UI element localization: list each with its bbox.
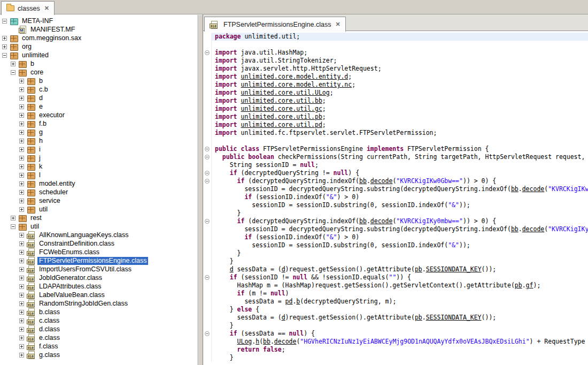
tree-item[interactable]: executor [0,111,198,119]
tab-class-file[interactable]: FTPServletPermissionsEngine.class ✕ [204,17,346,32]
expand-icon[interactable] [19,353,24,358]
expand-icon[interactable] [19,336,24,340]
tree-item[interactable]: LabelValueBean.class [0,291,198,299]
tree-item[interactable]: d.class [0,325,198,333]
expand-icon[interactable] [19,250,24,255]
expand-icon[interactable] [19,207,24,212]
collapse-icon[interactable] [11,224,16,229]
tree-item[interactable]: g [0,128,198,136]
expand-icon[interactable] [19,181,24,186]
expand-icon[interactable] [19,344,24,349]
expand-icon[interactable] [19,301,24,306]
tree-item[interactable]: core [0,68,198,77]
code-text: import unlimited.fc.ftpservlet.servlet.F… [212,129,588,137]
expand-icon[interactable] [19,318,24,323]
expand-icon[interactable] [19,276,24,280]
tree-item[interactable]: b.class [0,308,198,316]
tree-item[interactable]: AllKnownLanguageKeys.class [0,231,198,239]
tree-item[interactable]: l [0,171,198,179]
code-editor[interactable]: package unlimited.util;import java.util.… [203,31,588,365]
tree-item[interactable]: rest [0,214,198,222]
expand-icon[interactable] [19,173,24,178]
tree-item[interactable]: org [0,42,198,51]
expand-icon[interactable] [11,62,16,66]
tree-item[interactable]: util [0,222,198,231]
tree-item[interactable]: unlimited [0,51,198,59]
expand-icon[interactable] [19,284,24,289]
expand-icon[interactable] [19,87,24,92]
expand-icon[interactable] [19,139,24,143]
collapse-icon[interactable] [11,70,16,75]
expand-icon[interactable] [19,258,24,263]
expand-icon[interactable] [2,36,7,41]
tree-item[interactable]: f.class [0,342,198,351]
code-line: import unlimited.fc.ftpservlet.servlet.F… [203,129,588,137]
tree-item[interactable]: RandomStringJobIdGen.class [0,299,198,308]
fold-collapse-icon[interactable] [203,330,212,338]
tree-item[interactable]: ImportUsersFromCSVUtil.class [0,265,198,273]
fold-margin [203,338,212,346]
expand-icon[interactable] [19,241,24,246]
expand-icon[interactable] [19,164,24,169]
tree-item[interactable]: ConstraintDefinition.class [0,239,198,248]
expand-icon[interactable] [19,310,24,315]
tree-item[interactable]: j [0,154,198,162]
tree-item[interactable]: MANIFEST.MF [0,25,198,34]
tree-item[interactable]: LDAPAttributes.class [0,282,198,291]
tree-item[interactable]: model.entity [0,179,198,188]
tree-item[interactable]: e.class [0,333,198,342]
expand-icon[interactable] [19,199,24,203]
code-line: import java.util.StringTokenizer; [203,57,588,65]
tree-item[interactable]: f.b [0,119,198,128]
tree-item[interactable]: service [0,196,198,205]
expand-icon[interactable] [19,96,24,101]
tree-item[interactable]: g.class [0,351,198,359]
expand-icon[interactable] [19,113,24,118]
tree-item[interactable]: JobIdGenerator.class [0,273,198,282]
tree-item[interactable]: c.b [0,85,198,94]
tree-item[interactable]: FTPServletPermissionsEngine.class [0,256,198,265]
expand-icon[interactable] [19,190,24,195]
tree-item[interactable]: k [0,162,198,171]
expand-icon[interactable] [19,130,24,135]
expand-icon[interactable] [19,147,24,152]
tree-item[interactable]: FCWebEnums.class [0,248,198,256]
tree-item[interactable]: i [0,145,198,154]
tree-item[interactable]: META-INF [0,17,198,25]
fold-collapse-icon[interactable] [203,273,212,282]
collapse-icon[interactable] [2,19,7,24]
tree-item[interactable]: b [0,59,198,68]
expand-icon[interactable] [19,233,24,238]
tree-item[interactable]: b [0,77,198,85]
expand-icon[interactable] [19,79,24,83]
tree-item[interactable]: e [0,102,198,111]
expand-icon[interactable] [11,216,16,220]
tree-item[interactable]: scheduler [0,188,198,196]
tree-item[interactable]: c.class [0,316,198,325]
tree-item[interactable]: com.megginson.sax [0,34,198,42]
panel-splitter[interactable] [199,15,203,365]
fold-collapse-icon[interactable] [203,153,212,161]
tree-item[interactable]: d [0,94,198,102]
expand-icon[interactable] [19,267,24,272]
expand-icon[interactable] [2,44,7,49]
expand-icon[interactable] [19,327,24,332]
fold-collapse-icon[interactable] [203,169,212,177]
expand-icon[interactable] [19,293,24,298]
expand-icon[interactable] [19,156,24,161]
close-icon[interactable]: ✕ [335,21,340,28]
collapse-icon[interactable] [2,53,7,58]
tree-item[interactable]: util [0,205,198,214]
fold-collapse-icon[interactable] [203,177,212,185]
tree-item[interactable]: h [0,136,198,145]
code-text: ULog.h(bb.decode("HGVheRICNzIuNz1yEiABWC… [212,338,588,346]
expand-icon[interactable] [19,121,24,126]
fold-collapse-icon[interactable] [203,217,212,225]
fold-collapse-icon[interactable] [203,49,212,57]
code-line: return false; [203,346,588,354]
package-icon [27,128,35,136]
tab-classes[interactable]: classes ✕ [1,1,55,15]
expand-icon[interactable] [19,104,24,109]
fold-collapse-icon[interactable] [203,145,212,153]
close-icon[interactable]: ✕ [44,5,49,12]
